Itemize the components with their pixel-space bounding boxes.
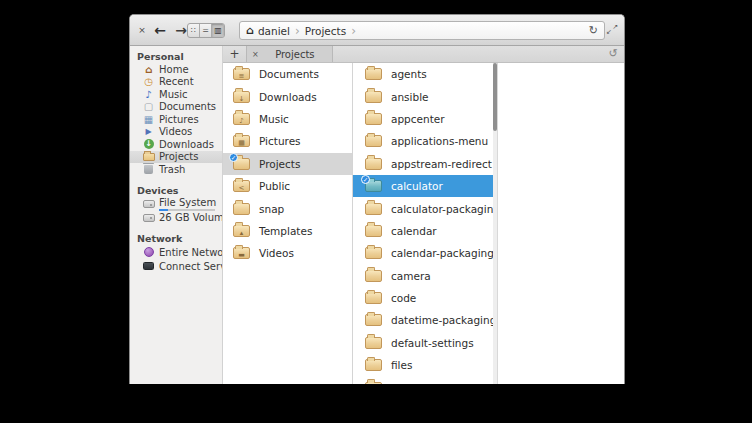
recent-icon: ◷ xyxy=(142,76,155,87)
window-close-icon[interactable]: × xyxy=(136,24,148,36)
file-item-gala-partial[interactable]: gala xyxy=(353,376,497,384)
filesystem-drive-icon xyxy=(142,200,155,208)
sidebar-header-devices: Devices xyxy=(130,184,222,197)
column-view-button[interactable]: ▥ xyxy=(212,24,224,37)
folder-icon xyxy=(142,153,155,161)
sidebar-header-personal: Personal xyxy=(130,50,222,63)
sidebar-item-documents[interactable]: ▢ Documents xyxy=(130,101,222,114)
sidebar-item-label: Videos xyxy=(159,126,192,137)
file-item-label: Pictures xyxy=(259,135,301,147)
sidebar-item-home[interactable]: ⌂ Home xyxy=(130,63,222,76)
music-icon: ♪ xyxy=(142,89,155,100)
folder-icon xyxy=(365,382,382,384)
sidebar-item-label: 26 GB Volume xyxy=(159,212,223,223)
file-item-label: gala xyxy=(391,382,413,384)
restore-closed-tab-icon[interactable]: ↺ xyxy=(602,46,624,62)
file-item-ansible[interactable]: ansible xyxy=(353,85,497,107)
sidebar: Personal ⌂ Home ◷ Recent ♪ Music ▢ Docum… xyxy=(130,46,223,384)
file-item-label: Music xyxy=(259,113,289,125)
resize-expand-icon[interactable]: ↗ ↙ xyxy=(606,24,618,36)
folder-icon xyxy=(365,247,382,259)
breadcrumb-segment-projects[interactable]: Projects xyxy=(305,25,346,37)
file-item-code[interactable]: code xyxy=(353,287,497,309)
file-item-label: calendar-packaging xyxy=(391,247,494,259)
file-item-appcenter[interactable]: appcenter xyxy=(353,108,497,130)
sidebar-item-downloads[interactable]: ↓ Downloads xyxy=(130,138,222,151)
folder-icon: ▴ xyxy=(233,225,250,237)
folder-icon xyxy=(365,158,382,170)
sidebar-item-videos[interactable]: ▶ Videos xyxy=(130,126,222,139)
tab-bar: + × Projects ↺ xyxy=(223,46,624,63)
new-tab-button[interactable]: + xyxy=(223,46,247,62)
screen: × ← → ∷ = ▥ ⌂ daniel › Projects › ↻ ↗ ↙ xyxy=(0,0,752,423)
file-item-templates[interactable]: ▴ Templates xyxy=(223,220,352,242)
file-item-downloads[interactable]: ↓ Downloads xyxy=(223,85,352,107)
sidebar-item-entire-network[interactable]: Entire Network xyxy=(130,245,222,259)
pictures-icon: ▦ xyxy=(142,114,155,125)
file-item-calculator-selected[interactable]: ✓ calculator xyxy=(353,175,497,197)
file-item-music[interactable]: ♪ Music xyxy=(223,108,352,130)
file-item-label: Videos xyxy=(259,247,294,259)
home-icon: ⌂ xyxy=(142,64,155,75)
file-item-appstream-redirect[interactable]: appstream-redirect xyxy=(353,153,497,175)
sidebar-header-network: Network xyxy=(130,232,222,245)
sidebar-item-label: Pictures xyxy=(159,114,199,125)
sidebar-item-recent[interactable]: ◷ Recent xyxy=(130,76,222,89)
file-item-label: applications-menu xyxy=(391,135,488,147)
file-item-label: Projects xyxy=(259,158,300,170)
tab-projects[interactable]: × Projects xyxy=(247,46,333,62)
folder-icon: ♪ xyxy=(233,113,250,125)
tab-close-icon[interactable]: × xyxy=(252,50,259,59)
sidebar-item-trash[interactable]: Trash xyxy=(130,163,222,176)
file-item-pictures[interactable]: ▦ Pictures xyxy=(223,130,352,152)
file-item-files[interactable]: files xyxy=(353,354,497,376)
reload-icon[interactable]: ↻ xyxy=(589,24,598,37)
file-item-camera[interactable]: camera xyxy=(353,265,497,287)
file-item-datetime-packaging[interactable]: datetime-packaging xyxy=(353,309,497,331)
file-item-label: Templates xyxy=(259,225,312,237)
templates-emblem: ▴ xyxy=(240,229,244,237)
sidebar-item-music[interactable]: ♪ Music xyxy=(130,88,222,101)
selected-check-badge: ✓ xyxy=(361,175,370,184)
file-item-agents[interactable]: agents xyxy=(353,63,497,85)
file-item-calendar-packaging[interactable]: calendar-packaging xyxy=(353,242,497,264)
folder-icon xyxy=(365,314,382,326)
folder-icon xyxy=(365,135,382,147)
sidebar-item-label: File System xyxy=(159,198,216,208)
miller-columns: ≡ Documents ↓ Downloads ♪ Music ▦ xyxy=(223,63,624,384)
chevron-right-icon: › xyxy=(295,24,300,38)
folder-icon: ▦ xyxy=(233,135,250,147)
grid-view-button[interactable]: ∷ xyxy=(188,24,200,37)
file-item-label: datetime-packaging xyxy=(391,314,496,326)
volume-drive-icon xyxy=(142,214,155,222)
sidebar-item-file-system[interactable]: File System xyxy=(130,197,222,212)
breadcrumb-segment-daniel[interactable]: daniel xyxy=(258,25,290,37)
sidebar-item-26gb-volume[interactable]: 26 GB Volume xyxy=(130,212,222,225)
scrollbar-thumb[interactable] xyxy=(493,63,497,131)
toolbar: × ← → ∷ = ▥ ⌂ daniel › Projects › ↻ ↗ ↙ xyxy=(130,15,624,46)
file-item-snap[interactable]: snap xyxy=(223,197,352,219)
sidebar-item-label: Home xyxy=(159,64,189,75)
sidebar-item-connect-server[interactable]: Connect Server xyxy=(130,259,222,273)
folder-icon xyxy=(365,91,382,103)
sidebar-item-projects[interactable]: Projects xyxy=(130,151,222,164)
videos-emblem: ▬ xyxy=(238,251,245,259)
file-item-default-settings[interactable]: default-settings xyxy=(353,332,497,354)
file-item-videos[interactable]: ▬ Videos xyxy=(223,242,352,264)
folder-icon xyxy=(365,359,382,371)
file-item-calculator-packaging[interactable]: calculator-packaging xyxy=(353,197,497,219)
file-item-public[interactable]: < Public xyxy=(223,175,352,197)
downloads-emblem: ↓ xyxy=(239,95,245,103)
breadcrumb[interactable]: ⌂ daniel › Projects › ↻ xyxy=(239,21,605,40)
list-view-button[interactable]: = xyxy=(200,24,212,37)
file-item-label: snap xyxy=(259,203,284,215)
music-emblem: ♪ xyxy=(239,117,243,125)
downloads-icon: ↓ xyxy=(142,139,155,149)
file-item-documents[interactable]: ≡ Documents xyxy=(223,63,352,85)
file-item-calendar[interactable]: calendar xyxy=(353,220,497,242)
file-item-projects-selected[interactable]: ✓ Projects xyxy=(223,153,352,175)
home-icon[interactable]: ⌂ xyxy=(246,24,254,37)
file-item-applications-menu[interactable]: applications-menu xyxy=(353,130,497,152)
sidebar-item-pictures[interactable]: ▦ Pictures xyxy=(130,113,222,126)
back-button[interactable]: ← xyxy=(151,21,169,39)
